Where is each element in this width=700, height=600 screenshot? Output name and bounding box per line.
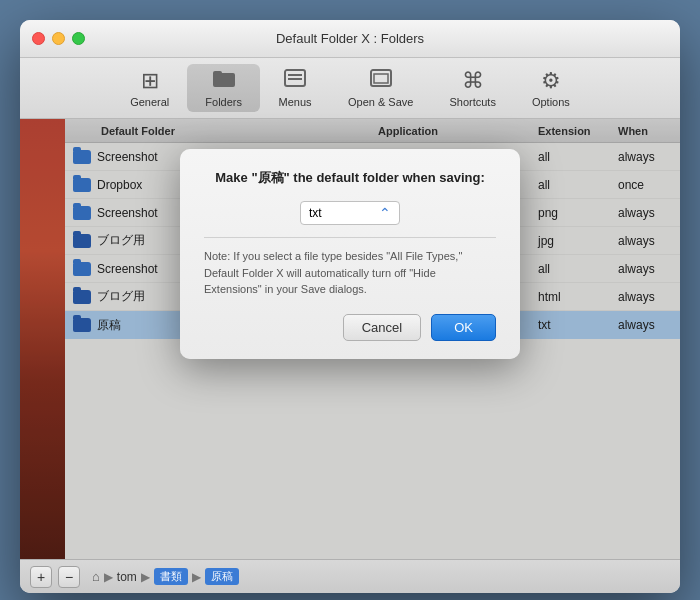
dialog-overlay: Make "原稿" the default folder when saving… (20, 119, 680, 559)
toolbar: ⊞ General Folders Menus (20, 58, 680, 119)
shortcuts-label: Shortcuts (449, 96, 495, 108)
dropdown-row: txt ⌃ (204, 201, 496, 225)
general-icon: ⊞ (141, 68, 159, 94)
toolbar-item-options[interactable]: ⚙ Options (514, 64, 588, 112)
options-label: Options (532, 96, 570, 108)
main-window: Default Folder X : Folders ⊞ General Fol… (20, 20, 680, 593)
general-label: General (130, 96, 169, 108)
maximize-button[interactable] (72, 32, 85, 45)
traffic-lights (32, 32, 85, 45)
toolbar-item-general[interactable]: ⊞ General (112, 64, 187, 112)
folders-icon (213, 68, 235, 94)
filetype-dropdown[interactable]: txt ⌃ (300, 201, 400, 225)
open-save-icon (370, 68, 392, 94)
bottom-bar: + − ⌂ ▶ tom ▶ 書類 ▶ 原稿 (20, 559, 680, 593)
dialog-buttons: Cancel OK (204, 314, 496, 341)
breadcrumb-item: tom (117, 570, 137, 584)
folders-label: Folders (205, 96, 242, 108)
main-content: Default Folder Application Extension Whe… (20, 119, 680, 559)
toolbar-item-shortcuts[interactable]: ⌘ Shortcuts (431, 64, 513, 112)
menus-label: Menus (278, 96, 311, 108)
dialog-note: Note: If you select a file type besides … (204, 237, 496, 298)
ok-button[interactable]: OK (431, 314, 496, 341)
minimize-button[interactable] (52, 32, 65, 45)
svg-rect-3 (288, 74, 302, 76)
breadcrumb-folder[interactable]: 書類 (154, 568, 188, 585)
svg-rect-6 (374, 74, 388, 83)
breadcrumb-sep: ▶ (141, 570, 150, 584)
close-button[interactable] (32, 32, 45, 45)
cancel-button[interactable]: Cancel (343, 314, 421, 341)
window-title: Default Folder X : Folders (276, 31, 424, 46)
dropdown-arrow-icon: ⌃ (379, 205, 391, 221)
toolbar-item-open-save[interactable]: Open & Save (330, 64, 431, 112)
breadcrumb-folder-last[interactable]: 原稿 (205, 568, 239, 585)
breadcrumb-sep: ▶ (192, 570, 201, 584)
options-icon: ⚙ (541, 68, 561, 94)
add-button[interactable]: + (30, 566, 52, 588)
dropdown-value: txt (309, 206, 322, 220)
toolbar-item-folders[interactable]: Folders (187, 64, 260, 112)
svg-rect-1 (213, 71, 222, 76)
open-save-label: Open & Save (348, 96, 413, 108)
home-icon: ⌂ (92, 569, 100, 584)
remove-button[interactable]: − (58, 566, 80, 588)
breadcrumb: ⌂ ▶ tom ▶ 書類 ▶ 原稿 (92, 568, 239, 585)
breadcrumb-sep: ▶ (104, 570, 113, 584)
save-dialog: Make "原稿" the default folder when saving… (180, 149, 520, 359)
dialog-title: Make "原稿" the default folder when saving… (204, 169, 496, 187)
svg-rect-4 (288, 78, 302, 80)
toolbar-item-menus[interactable]: Menus (260, 64, 330, 112)
titlebar: Default Folder X : Folders (20, 20, 680, 58)
shortcuts-icon: ⌘ (462, 68, 484, 94)
menus-icon (284, 68, 306, 94)
